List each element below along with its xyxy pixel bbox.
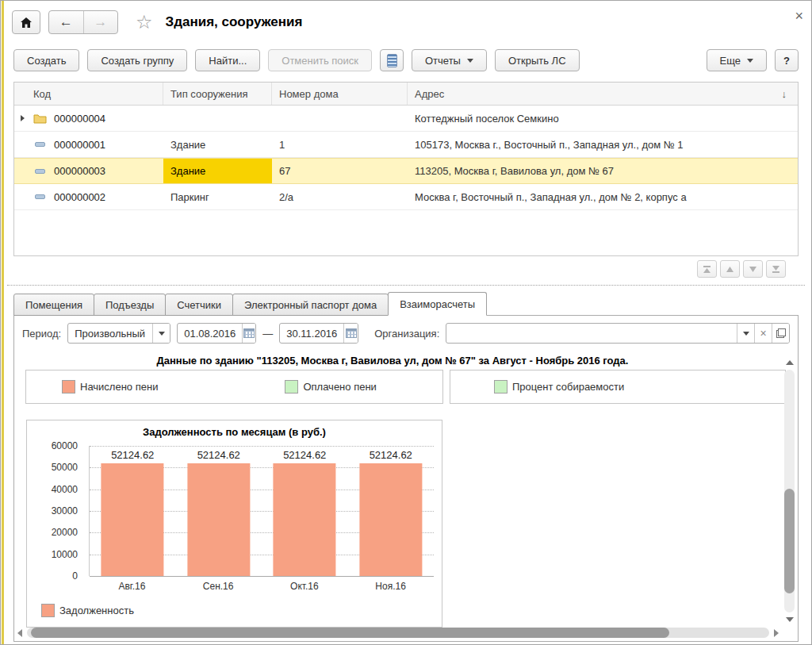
filter-row: Период: Произвольный 01.08.2016 — 30.11.… [14, 316, 798, 351]
cell-code[interactable]: 000000004 [14, 106, 163, 131]
organization-combo[interactable]: × [446, 323, 790, 344]
cancel-search-button: Отменить поиск [268, 49, 372, 71]
go-next-button[interactable] [743, 260, 763, 278]
scroll-left-icon[interactable] [17, 629, 22, 637]
chart-title: Задолженность по месяцам (в руб.) [27, 426, 442, 438]
date-from-calendar-button[interactable] [242, 324, 255, 343]
cell-code[interactable]: 000000003 [14, 159, 163, 183]
date-from-field[interactable]: 01.08.2016 [177, 323, 256, 344]
forward-button[interactable]: → [84, 11, 118, 33]
more-button-label: Еще [720, 55, 741, 67]
table-nav-buttons [697, 260, 786, 278]
folder-icon [31, 113, 48, 124]
cell-number[interactable]: 1 [272, 132, 408, 157]
find-button[interactable]: Найти... [195, 49, 260, 71]
tab-Взаиморасчеты[interactable]: Взаиморасчеты [388, 292, 487, 316]
tab-Счетчики[interactable]: Счетчики [165, 294, 233, 316]
organization-clear-button[interactable]: × [754, 324, 772, 343]
bar-value-label: 52124.62 [262, 449, 348, 461]
home-button[interactable] [12, 10, 40, 34]
bar-slot: 52124.62 [262, 446, 348, 576]
scroll-up-icon[interactable] [786, 360, 794, 365]
date-to-field[interactable]: 30.11.2016 [279, 323, 358, 344]
table-header: Код Тип сооружения Номер дома Адрес ↓ [14, 83, 798, 106]
bar-value-label: 52124.62 [348, 449, 435, 461]
tab-Подъезды[interactable]: Подъезды [94, 294, 166, 316]
create-group-button-label: Создать группу [101, 55, 174, 67]
open-ls-button[interactable]: Открыть ЛС [495, 49, 580, 71]
cell-number[interactable]: 67 [272, 159, 408, 183]
go-next-icon [749, 265, 757, 274]
tab-Помещения[interactable]: Помещения [13, 294, 94, 316]
organization-dropdown-button[interactable] [737, 324, 754, 343]
cell-type[interactable]: Здание [163, 132, 272, 157]
table-row[interactable]: 000000004Коттеджный поселок Семкино [14, 106, 798, 132]
table-row[interactable]: 000000001Здание1105173, Москва г., Восто… [14, 132, 798, 158]
cell-address[interactable]: 105173, Москва г., Восточный п., Западна… [408, 132, 798, 157]
window-accent-strip [2, 1, 4, 644]
debt-chart: Задолженность по месяцам (в руб.) 010000… [26, 420, 442, 628]
horizontal-scroll-track[interactable] [27, 628, 769, 638]
date-to-value: 30.11.2016 [280, 328, 343, 340]
horizontal-scroll-thumb[interactable] [31, 628, 669, 638]
y-tick-label: 0 [72, 570, 78, 582]
go-last-icon [772, 265, 780, 274]
cell-address[interactable]: Москва г, Восточный п., Западная ул., до… [408, 184, 798, 209]
reports-button-label: Отчеты [425, 55, 461, 67]
legend-item: Оплачено пени [285, 380, 376, 394]
column-header-code[interactable]: Код [14, 83, 163, 105]
horizontal-scrollbar[interactable] [17, 628, 779, 639]
period-select-dropdown[interactable] [152, 324, 170, 343]
list-settings-button[interactable] [380, 49, 404, 71]
go-prev-button[interactable] [720, 260, 740, 278]
legend-swatch [285, 380, 298, 394]
column-header-number[interactable]: Номер дома [272, 83, 408, 105]
cell-number[interactable] [272, 106, 408, 131]
bar[interactable] [187, 463, 250, 576]
report-content: Данные по зданию "113205, Москва г, Вави… [14, 351, 798, 641]
help-button[interactable]: ? [775, 49, 799, 71]
expand-icon[interactable] [21, 115, 25, 121]
vertical-scrollbar[interactable] [783, 360, 796, 622]
list-icon [387, 54, 397, 67]
create-group-button[interactable]: Создать группу [87, 49, 187, 71]
bar[interactable] [274, 463, 336, 576]
cell-code[interactable]: 000000002 [14, 184, 163, 209]
more-button[interactable]: Еще [707, 49, 767, 71]
go-first-icon [703, 265, 711, 274]
bar[interactable] [102, 463, 164, 576]
table-body: 000000004Коттеджный поселок Семкино00000… [14, 106, 798, 210]
cell-code-value: 000000004 [54, 113, 105, 125]
go-first-button[interactable] [697, 260, 717, 278]
cell-type[interactable]: Паркинг [163, 184, 272, 209]
back-button[interactable]: ← [49, 11, 84, 33]
table-row[interactable]: 000000002Паркинг2/аМосква г, Восточный п… [14, 184, 798, 210]
cell-address[interactable]: Коттеджный поселок Семкино [408, 106, 798, 131]
legend-label: Процент собираемости [512, 381, 624, 393]
tab-Электронный паспорт дома[interactable]: Электронный паспорт дома [232, 294, 389, 316]
bar[interactable] [359, 463, 422, 576]
vertical-scroll-thumb[interactable] [784, 489, 795, 593]
scroll-right-icon[interactable] [774, 629, 779, 637]
bar-value-label: 52124.62 [176, 449, 262, 461]
page-title: Здания, сооружения [166, 14, 303, 30]
scroll-down-icon[interactable] [786, 617, 794, 622]
cell-number[interactable]: 2/а [272, 184, 408, 209]
organization-open-button[interactable] [772, 324, 789, 343]
date-to-calendar-button[interactable] [343, 324, 358, 343]
cell-address[interactable]: 113205, Москва г, Вавилова ул, дом № 67 [408, 159, 798, 183]
go-last-button[interactable] [766, 260, 786, 278]
column-header-type[interactable]: Тип сооружения [163, 83, 272, 105]
period-select[interactable]: Произвольный [67, 323, 170, 344]
cell-type[interactable] [163, 106, 272, 131]
table-row[interactable]: 000000003Здание67113205, Москва г, Вавил… [14, 158, 798, 184]
favorite-star-icon[interactable]: ☆ [136, 13, 153, 32]
close-icon[interactable]: × [795, 9, 803, 23]
column-header-address[interactable]: Адрес ↓ [408, 83, 798, 105]
vertical-scroll-track[interactable] [784, 370, 795, 612]
create-button[interactable]: Создать [13, 49, 79, 71]
splitter[interactable] [7, 285, 805, 286]
cell-code[interactable]: 000000001 [14, 132, 163, 157]
cell-type[interactable]: Здание [163, 159, 272, 183]
reports-button[interactable]: Отчеты [412, 49, 487, 71]
